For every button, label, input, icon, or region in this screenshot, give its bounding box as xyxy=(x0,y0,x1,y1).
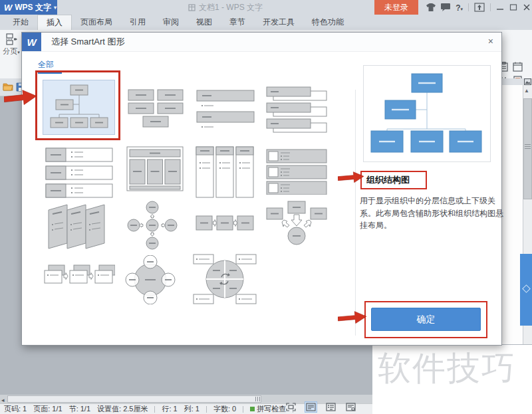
tab-insert[interactable]: 插入 xyxy=(37,15,72,30)
chevron-down-icon: ▾ xyxy=(17,50,20,54)
vertical-box-list-icon xyxy=(265,86,328,134)
maximize-button[interactable] xyxy=(509,4,517,11)
page-break-icon xyxy=(5,33,17,45)
annotation-arrow-heading xyxy=(338,170,364,185)
diverging-radial-icon xyxy=(126,200,179,251)
select-browse-object-icon[interactable] xyxy=(524,78,531,85)
tab-section[interactable]: 章节 xyxy=(221,15,254,30)
thumbnail-table-hierarchy[interactable] xyxy=(124,146,186,195)
thumbnail-basic-process[interactable] xyxy=(195,207,255,243)
smartart-preview xyxy=(363,65,491,162)
page-view-button[interactable] xyxy=(305,401,317,413)
watermark-text: 软件技巧 xyxy=(378,346,516,391)
scrollbar-grip xyxy=(255,397,256,401)
minimize-button[interactable] xyxy=(496,4,504,11)
help-icon[interactable]: ?▾ xyxy=(456,1,463,13)
outline-view-button[interactable] xyxy=(325,401,337,413)
app-name: WPS 文字 xyxy=(15,2,51,13)
close-window-button[interactable] xyxy=(523,4,531,11)
divider xyxy=(243,406,243,413)
annotation-box-selected-thumbnail xyxy=(35,70,120,140)
smartart-description: 用于显示组织中的分层信息或上下级关系。此布局包含辅助形状和组织结构图悬挂布局。 xyxy=(360,195,505,232)
ribbon-tab-bar: 开始 插入 页面布局 引用 审阅 视图 章节 开发工具 特色功能 xyxy=(0,15,532,30)
status-word-count[interactable]: 字数: 0 xyxy=(213,404,236,414)
thumbnail-vertical-column-list[interactable] xyxy=(195,146,255,201)
web-view-button[interactable] xyxy=(344,401,357,413)
thumbnail-vertical-bullet-list[interactable] xyxy=(196,89,257,134)
tab-review[interactable]: 审阅 xyxy=(154,15,188,30)
annotation-box-heading: 组织结构图 xyxy=(360,171,427,189)
scroll-left-arrow[interactable]: ◂ xyxy=(1,397,5,403)
document-title: 文档1 - WPS 文字 xyxy=(188,0,263,15)
vertical-scrollbar-thumb[interactable] xyxy=(523,98,532,199)
panel-divider xyxy=(355,90,356,336)
calendar-icon[interactable] xyxy=(513,62,523,72)
converging-radial-icon xyxy=(265,200,328,247)
basic-process-icon xyxy=(195,207,255,240)
tab-references[interactable]: 引用 xyxy=(121,15,154,30)
document-icon xyxy=(188,4,196,11)
table-hierarchy-icon xyxy=(124,146,186,192)
tab-view[interactable]: 视图 xyxy=(188,15,221,30)
dialog-title-bar[interactable]: W 选择 SmartArt 图形 × xyxy=(22,33,501,52)
upload-icon[interactable] xyxy=(474,3,485,12)
divider xyxy=(206,406,207,413)
thumbnail-radial-venn[interactable] xyxy=(124,255,176,307)
thumbnail-horizontal-bullet-list[interactable] xyxy=(45,147,115,203)
page-break-button[interactable]: 分页▾ xyxy=(1,33,21,56)
picture-process-icon xyxy=(43,260,115,301)
status-line: 行: 1 xyxy=(162,404,177,414)
dialog-title: 选择 SmartArt 图形 xyxy=(51,33,125,51)
smartart-name-heading: 组织结构图 xyxy=(366,174,410,186)
status-section: 节: 1/1 xyxy=(69,404,90,414)
cycle-matrix-icon xyxy=(192,253,257,305)
wps-logo-icon: W xyxy=(4,3,12,13)
annotation-box-ok xyxy=(364,301,487,338)
diamond-marker xyxy=(522,284,531,293)
chevron-down-icon: ▾ xyxy=(460,7,463,11)
annotation-arrow-left xyxy=(4,89,37,106)
thumbnail-vertical-box-list[interactable] xyxy=(265,86,328,136)
status-setting: 设置值: 2.5厘米 xyxy=(97,404,148,414)
view-mode-buttons xyxy=(285,401,357,413)
spellcheck-status[interactable]: 拼写检查 xyxy=(250,404,286,414)
vertical-column-list-icon xyxy=(195,146,255,199)
tab-special-features[interactable]: 特色功能 xyxy=(303,15,352,30)
thumbnail-diverging-radial[interactable] xyxy=(126,200,179,253)
wps-dialog-logo-icon: W xyxy=(22,33,41,51)
radial-venn-icon xyxy=(124,255,176,304)
login-button[interactable]: 未登录 xyxy=(374,0,418,15)
picture-grid-icon xyxy=(127,86,186,131)
tab-home[interactable]: 开始 xyxy=(4,15,37,30)
divider xyxy=(468,3,469,11)
status-page-number: 页码: 1 xyxy=(4,404,27,414)
spellcheck-icon xyxy=(250,407,255,411)
dialog-close-button[interactable]: × xyxy=(488,36,493,47)
thumbnail-picture-grid[interactable] xyxy=(127,86,186,134)
thumbnail-picture-accent-list[interactable] xyxy=(265,148,328,197)
horizontal-scrollbar-thumb[interactable] xyxy=(7,395,261,403)
tab-developer[interactable]: 开发工具 xyxy=(254,15,303,30)
title-bar: W WPS 文字 ▾ 文档1 - WPS 文字 未登录 ?▾ xyxy=(0,0,532,15)
scroll-up-arrow[interactable]: ▲ xyxy=(524,88,529,94)
chevron-down-icon: ▾ xyxy=(54,5,57,11)
divider xyxy=(490,3,491,11)
thumbnail-picture-process[interactable] xyxy=(43,260,115,304)
tab-page-layout[interactable]: 页面布局 xyxy=(72,15,121,30)
thumbnail-cycle-matrix[interactable] xyxy=(192,253,257,308)
side-panel-tab[interactable] xyxy=(520,254,532,326)
divider xyxy=(154,406,155,413)
skin-icon[interactable] xyxy=(426,3,436,11)
thumbnail-vertical-chevron-list[interactable] xyxy=(46,202,108,253)
feedback-bubble-icon[interactable] xyxy=(441,3,450,11)
status-page: 页面: 1/1 xyxy=(33,404,62,414)
fullscreen-view-button[interactable] xyxy=(285,401,297,413)
thumbnail-converging-radial[interactable] xyxy=(265,200,328,249)
watermark-area: 软件技巧 xyxy=(372,345,532,414)
vertical-chevron-list-icon xyxy=(46,202,108,250)
status-column: 列: 1 xyxy=(184,404,200,414)
wps-app-menu-button[interactable]: W WPS 文字 ▾ xyxy=(0,0,57,15)
horizontal-bullet-list-icon xyxy=(45,147,115,200)
scrollbar-grip xyxy=(525,146,531,147)
annotation-arrow-ok xyxy=(338,310,367,326)
